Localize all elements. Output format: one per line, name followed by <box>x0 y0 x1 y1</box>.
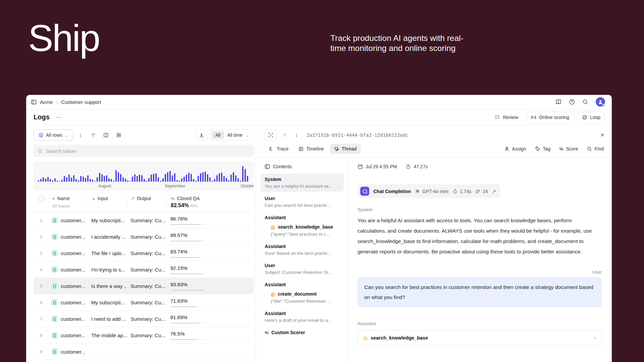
range-chip: All <box>212 131 224 139</box>
columns-icon[interactable] <box>101 130 111 140</box>
score-button[interactable]: % Score <box>559 146 578 152</box>
review-button[interactable]: Review <box>490 112 523 123</box>
histogram-bar <box>216 175 218 182</box>
contents-item[interactable]: %Custom Scorer <box>261 327 344 338</box>
column-header-output[interactable]: ↗Output <box>127 195 166 208</box>
contents-role: Assistant <box>265 244 340 249</box>
table-row[interactable]: 8()customer...The mobile ap...Summary: C… <box>34 327 254 344</box>
span-type-badge: () <box>51 299 58 306</box>
contents-item[interactable]: UserCan you search for best practic... <box>261 193 344 211</box>
score-bar <box>170 339 205 340</box>
span-type-badge: () <box>51 348 58 355</box>
table-row[interactable]: 4()customer...I'm trying to s...Summary:… <box>34 261 254 278</box>
column-header-score[interactable]: %Closed QA 82.54%AVG <box>166 195 254 208</box>
histogram-bar <box>172 175 173 182</box>
help-icon[interactable] <box>569 99 575 105</box>
histogram-bar <box>97 177 98 182</box>
contents-item[interactable]: AssistantSure! Based on the best practic… <box>261 241 344 259</box>
prev-trace-icon[interactable]: ↑ <box>281 130 288 140</box>
tag-button[interactable]: Tag <box>535 146 551 152</box>
online-scoring-button[interactable]: Online scoring <box>526 112 574 123</box>
histogram-bars <box>38 165 249 182</box>
table-row[interactable]: 5()customer...Is there a way ...Summary:… <box>34 278 254 294</box>
close-icon[interactable]: ✕ <box>600 132 604 138</box>
table-row[interactable]: 2()customer...I accidentally ...Summary:… <box>34 229 254 245</box>
table-row[interactable]: 3()customer...The file I uplo...Summary:… <box>34 245 254 261</box>
table-row[interactable]: 7()customer...I need to add ...Summary: … <box>34 311 254 327</box>
histogram-bar <box>209 177 211 182</box>
histogram-bar <box>87 175 89 182</box>
trace-input: I need to add ... <box>88 316 127 322</box>
column-header-name[interactable]: ≡Name 50 traces <box>49 195 88 208</box>
axis-label-october: October <box>241 184 254 188</box>
open-span-icon[interactable]: ↗ <box>492 189 496 194</box>
tool-icon: ◎ <box>363 336 368 341</box>
tab-trace[interactable]: Trace <box>265 144 293 154</box>
tab-timeline[interactable]: Timeline <box>294 144 328 154</box>
row-number: 8 <box>34 333 49 338</box>
histogram-bar <box>205 172 206 182</box>
avatar[interactable] <box>596 97 605 107</box>
next-trace-icon[interactable]: ↓ <box>293 130 300 140</box>
histogram-bar <box>188 173 190 182</box>
column-header-input[interactable]: ↘Input <box>88 195 127 208</box>
axis-label-august: August <box>98 184 111 188</box>
histogram-bar <box>242 166 244 182</box>
trace-output: Summary: Cu... <box>127 316 166 322</box>
search-traces-box <box>34 145 254 157</box>
filter-icon[interactable] <box>88 130 99 140</box>
trace-id: 2a17151b-b911-4444-bfa2-12d1b6222adc <box>307 132 408 138</box>
histogram-bar <box>54 178 56 182</box>
tab-thread[interactable]: Thread <box>330 144 361 154</box>
row-height-icon[interactable]: ↕ <box>75 130 86 140</box>
contents-item[interactable]: UserSubject: Customer Retention St... <box>261 260 344 278</box>
sidebar-toggle-icon[interactable] <box>31 99 37 105</box>
contents-header[interactable]: Contents <box>265 164 344 169</box>
contents-role: User <box>265 196 340 201</box>
assign-button[interactable]: Assign <box>504 146 526 152</box>
span-chip[interactable]: Chat Completion GPT-4o mini 1.74s 24 <box>358 184 500 198</box>
histogram-bar <box>176 180 178 182</box>
hero-tagline-line2: time monitoring and online scoring <box>330 43 464 53</box>
more-options-icon[interactable]: ⋯ <box>56 114 62 121</box>
loop-button[interactable]: Loop <box>577 112 605 123</box>
histogram-bar <box>165 174 166 182</box>
histogram-bar <box>80 176 82 182</box>
rows-filter-button[interactable]: All rows ⌄ <box>34 129 73 141</box>
hero-tagline: Track production AI agents with real- ti… <box>330 33 464 53</box>
expand-trace-icon[interactable] <box>265 129 277 141</box>
find-button[interactable]: Find <box>587 146 604 152</box>
search-traces-input[interactable] <box>46 148 250 154</box>
contents-item[interactable]: SystemYou are a helpful AI assistant wi.… <box>261 174 344 192</box>
tool-args: {"query":"best practices in c... <box>271 232 340 237</box>
contents-item[interactable]: Assistant◎create_document{"title":"Custo… <box>261 279 344 307</box>
traces-panel: All rows ⌄ ↕ All Al <box>26 125 256 362</box>
tool-call-name: search_knowledge_base <box>371 335 428 341</box>
contents-role: User <box>265 263 340 268</box>
histogram-bar <box>181 178 182 182</box>
contents-item[interactable]: AssistantHere's a draft of your email to… <box>261 308 344 326</box>
breadcrumb-page[interactable]: Customer support <box>61 99 101 105</box>
table-row[interactable]: 6()customer...My subscripti...Summary: C… <box>34 294 254 311</box>
span-name: Chat Completion <box>373 189 411 194</box>
row-layout-icon[interactable] <box>113 130 124 140</box>
histogram-bar <box>71 178 72 182</box>
span-token-count: 24 <box>475 189 488 194</box>
select-all-checkbox[interactable] <box>38 196 44 202</box>
axis-tick <box>253 182 253 183</box>
contents-preview: Can you search for best practic... <box>265 203 340 208</box>
contents-item[interactable]: Assistant◎search_knowledge_base{"query":… <box>261 212 344 240</box>
breadcrumb-app[interactable]: Acme <box>40 99 53 105</box>
online-status-dot <box>602 104 605 107</box>
time-range-selector[interactable]: All All time ⌄ <box>210 129 253 141</box>
export-download-button[interactable] <box>195 129 208 141</box>
histogram-bar <box>219 173 220 182</box>
docs-book-icon[interactable] <box>555 99 561 105</box>
trace-output: Summary: Cu... <box>127 250 166 256</box>
table-row[interactable]: 9()customer... <box>34 344 254 360</box>
histogram-bar <box>158 177 159 182</box>
search-icon[interactable] <box>582 99 588 105</box>
histogram-bar <box>101 174 103 182</box>
table-row[interactable]: 1()customer...My subscripti...Summary: C… <box>34 212 254 229</box>
tool-call-card[interactable]: ◎ search_knowledge_base › <box>358 330 602 346</box>
